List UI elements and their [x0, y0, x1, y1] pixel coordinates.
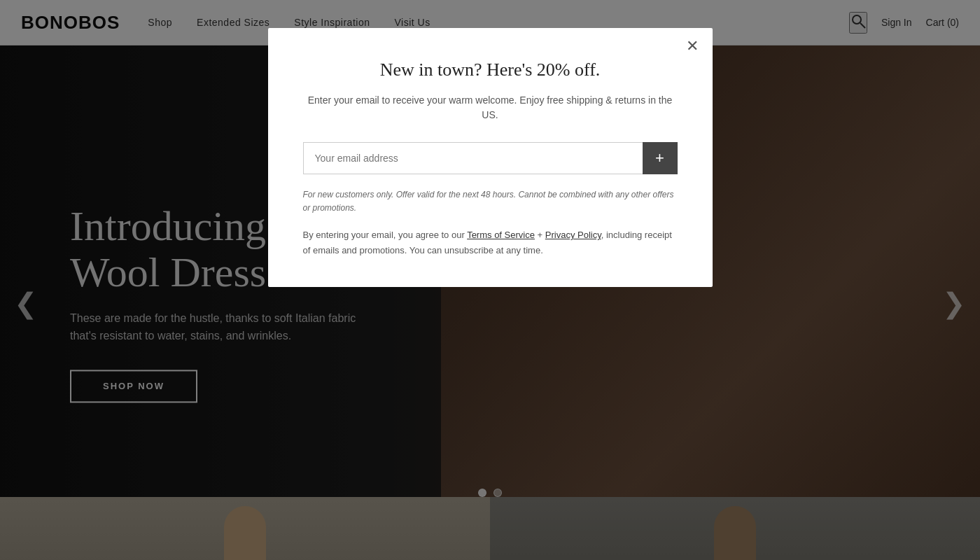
modal-disclaimer: For new customers only. Offer valid for … [303, 188, 678, 215]
terms-of-service-link[interactable]: Terms of Service [467, 230, 535, 240]
email-modal: ✕ New in town? Here's 20% off. Enter you… [268, 28, 713, 287]
modal-overlay[interactable]: ✕ New in town? Here's 20% off. Enter you… [0, 0, 980, 560]
privacy-policy-link[interactable]: Privacy Policy [545, 230, 601, 240]
email-form-row: + [303, 142, 678, 174]
terms-prefix: By entering your email, you agree to our [303, 230, 468, 240]
email-input[interactable] [303, 142, 643, 174]
modal-close-button[interactable]: ✕ [686, 38, 699, 54]
modal-terms: By entering your email, you agree to our… [303, 227, 678, 258]
modal-subtitle: Enter your email to receive your warm we… [303, 93, 678, 122]
terms-plus: + [535, 230, 545, 240]
email-submit-button[interactable]: + [643, 142, 678, 174]
modal-title: New in town? Here's 20% off. [303, 59, 678, 80]
